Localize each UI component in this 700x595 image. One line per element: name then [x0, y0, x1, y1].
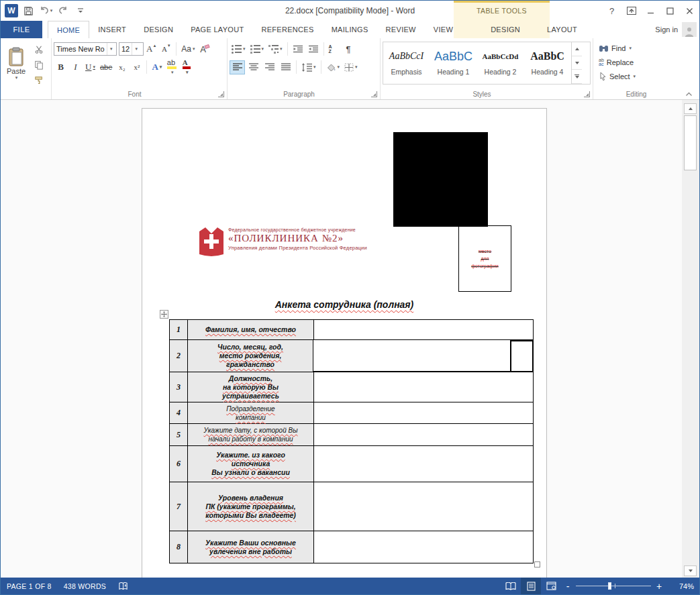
row-label-cell[interactable]: Укажите дату, с которой Вы начали работу… [188, 424, 314, 446]
copy-button[interactable] [31, 58, 47, 72]
font-color-button[interactable]: A [179, 60, 193, 74]
logo-line-2[interactable]: «ПОЛИКЛИНИКА №2» [228, 233, 367, 244]
tab-review[interactable]: REVIEW [377, 21, 425, 38]
styles-scroll-down-button[interactable] [572, 56, 582, 70]
row-number-cell[interactable]: 1 [170, 320, 188, 340]
row-extra-cell[interactable] [511, 340, 534, 372]
row-number-cell[interactable]: 6 [170, 446, 188, 482]
find-dropdown-arrow[interactable]: ▾ [629, 46, 632, 51]
row-number-cell[interactable]: 7 [170, 482, 188, 531]
row-label-cell[interactable]: Уровень владения ПК (укажите программы, … [188, 482, 314, 531]
select-dropdown-arrow[interactable]: ▾ [634, 74, 636, 79]
subscript-button[interactable]: x₂ [115, 60, 129, 74]
row-value-cell[interactable] [314, 372, 534, 402]
word-count[interactable]: 438 WORDS [64, 582, 106, 590]
row-label-cell[interactable]: Подразделение компании [188, 402, 314, 424]
tab-page-layout[interactable]: PAGE LAYOUT [182, 21, 252, 38]
shrink-font-button[interactable]: A▼ [159, 42, 173, 56]
align-left-button[interactable] [230, 60, 245, 74]
ribbon-display-options-button[interactable] [621, 1, 641, 21]
style-heading-1[interactable]: AaBbC Heading 1 [430, 42, 477, 84]
decrease-indent-button[interactable] [291, 42, 305, 56]
avatar-icon[interactable] [682, 22, 697, 37]
tab-references[interactable]: REFERENCES [252, 21, 322, 38]
row-label-cell[interactable]: Фамилия, имя, отчество [188, 320, 314, 340]
table-resize-handle[interactable] [534, 561, 540, 567]
maximize-button[interactable] [660, 1, 680, 21]
style-heading-2[interactable]: AaBbCcDd Heading 2 [477, 42, 524, 84]
tab-view[interactable]: VIEW [425, 21, 462, 38]
font-dialog-launcher[interactable] [218, 91, 224, 97]
numbering-button[interactable] [248, 42, 266, 56]
tab-mailings[interactable]: MAILINGS [323, 21, 377, 38]
photo-placeholder-box[interactable]: место для фотографии [458, 225, 511, 292]
page-indicator[interactable]: PAGE 1 OF 8 [7, 582, 52, 590]
tab-insert[interactable]: INSERT [89, 21, 135, 38]
row-label-cell[interactable]: Укажите Ваши основные увлечения вне рабо… [188, 531, 314, 563]
sort-button[interactable]: AZ [327, 42, 341, 56]
collapse-ribbon-button[interactable] [685, 92, 693, 97]
shading-button[interactable] [324, 60, 342, 74]
zoom-slider[interactable] [576, 578, 651, 594]
vertical-scrollbar[interactable] [682, 100, 699, 579]
row-value-cell[interactable] [314, 424, 534, 446]
scroll-up-button[interactable] [684, 103, 697, 114]
row-label-cell[interactable]: Укажите. из какого источника Вы узнали о… [188, 446, 314, 482]
minimize-button[interactable] [641, 1, 660, 21]
italic-button[interactable]: I [68, 60, 83, 74]
tab-table-design[interactable]: DESIGN [482, 21, 529, 38]
redacted-image[interactable] [393, 132, 488, 227]
logo-line-3[interactable]: Управления делами Президента Российской … [228, 245, 367, 251]
increase-indent-button[interactable] [306, 42, 321, 56]
change-case-button[interactable]: Aa [179, 42, 197, 56]
line-spacing-button[interactable] [299, 60, 318, 74]
find-button[interactable]: Find▾ [595, 41, 677, 55]
replace-button[interactable]: abac Replace [595, 55, 677, 69]
cut-button[interactable] [31, 42, 47, 56]
row-number-cell[interactable]: 2 [170, 340, 188, 372]
row-number-cell[interactable]: 5 [170, 424, 188, 446]
row-value-cell[interactable] [314, 482, 534, 531]
zoom-slider-thumb[interactable] [608, 582, 611, 590]
row-number-cell[interactable]: 8 [170, 531, 188, 563]
select-button[interactable]: Select▾ [595, 69, 677, 83]
tab-design[interactable]: DESIGN [135, 21, 182, 38]
bullets-button[interactable] [230, 42, 248, 56]
grow-font-button[interactable]: A▲ [144, 42, 158, 56]
row-label-cell[interactable]: Должность, на которую Вы устраиваетесь [188, 372, 314, 402]
font-name-combo[interactable]: Times New Ro ▾ [54, 42, 117, 56]
table-move-handle[interactable] [160, 310, 168, 319]
proofing-errors-icon[interactable] [118, 582, 128, 591]
clear-formatting-button[interactable]: A [198, 42, 212, 56]
sign-in-link[interactable]: Sign in [655, 25, 678, 34]
photo-placeholder-text[interactable]: место для фотографии [471, 248, 498, 270]
styles-more-button[interactable] [572, 70, 582, 84]
multilevel-list-button[interactable] [266, 42, 285, 56]
font-size-combo[interactable]: 12 ▾ [119, 42, 144, 56]
paste-button[interactable]: Paste ▾ [3, 41, 30, 87]
align-right-button[interactable] [262, 60, 277, 74]
print-layout-button[interactable] [521, 578, 541, 594]
row-value-cell[interactable] [314, 446, 534, 482]
strikethrough-button[interactable]: abe [98, 60, 114, 74]
document-page[interactable]: Федеральное государственное бюджетное уч… [142, 108, 547, 579]
underline-button[interactable]: U [83, 60, 97, 74]
read-mode-button[interactable] [501, 578, 521, 594]
bold-button[interactable]: B [54, 60, 68, 74]
document-heading[interactable]: Анкета сотрудника (полная) [142, 299, 546, 310]
scrollbar-thumb[interactable] [684, 115, 697, 170]
row-number-cell[interactable]: 4 [170, 402, 188, 424]
zoom-percentage[interactable]: 74% [666, 582, 694, 590]
row-label-cell[interactable]: Число, месяц, год, место рождения, гражд… [188, 340, 313, 372]
organization-logo[interactable]: Федеральное государственное бюджетное уч… [199, 227, 367, 257]
superscript-button[interactable]: x² [130, 60, 144, 74]
row-value-cell[interactable] [314, 402, 534, 424]
format-painter-button[interactable] [31, 73, 47, 87]
row-value-cell[interactable] [313, 340, 511, 372]
align-center-button[interactable] [246, 60, 261, 74]
style-emphasis[interactable]: AaBbCcI Emphasis [383, 42, 430, 84]
help-button[interactable]: ? [602, 1, 621, 21]
show-hide-marks-button[interactable]: ¶ [342, 42, 356, 56]
row-number-cell[interactable]: 3 [170, 372, 188, 402]
paste-dropdown-arrow[interactable]: ▾ [15, 75, 18, 80]
